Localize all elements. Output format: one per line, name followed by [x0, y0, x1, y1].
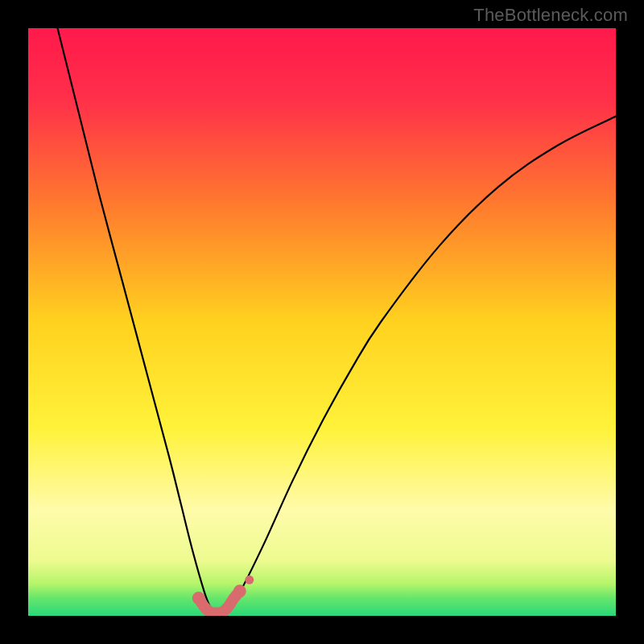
highlight-dot	[233, 584, 246, 597]
highlight-dot	[245, 576, 254, 584]
highlight-dot	[192, 592, 205, 605]
watermark-text: TheBottleneck.com	[473, 5, 628, 26]
chart-frame: TheBottleneck.com	[0, 0, 644, 644]
bottleneck-curve	[58, 28, 617, 613]
curve-layer	[28, 28, 616, 616]
plot-area	[28, 28, 616, 616]
